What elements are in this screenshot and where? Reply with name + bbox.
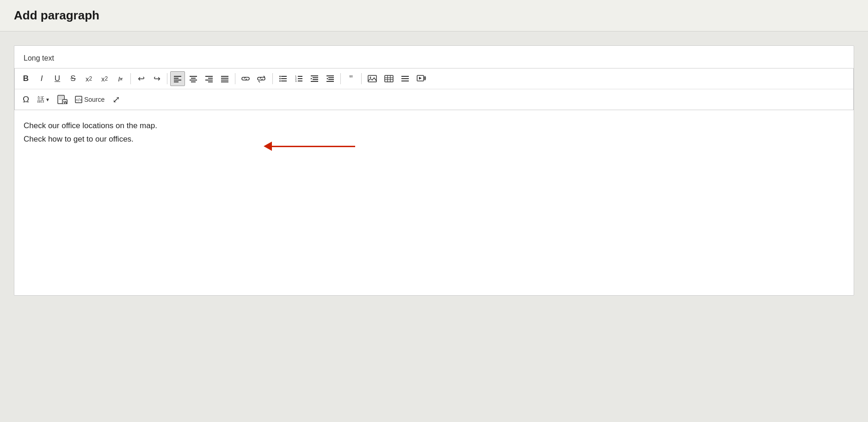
- fullscreen-button[interactable]: ⤢: [109, 92, 123, 107]
- special-char-button[interactable]: Ω: [18, 92, 33, 107]
- separator-2: [167, 73, 167, 84]
- separator-6: [361, 73, 362, 84]
- svg-rect-55: [59, 99, 62, 100]
- svg-text:3.: 3.: [295, 80, 297, 82]
- page-content: Long text B I U S x2 x2 Ix ↩ ↪: [0, 31, 868, 310]
- svg-rect-54: [59, 98, 63, 99]
- table-button[interactable]: [381, 71, 397, 86]
- svg-rect-13: [221, 78, 228, 79]
- svg-rect-11: [208, 81, 213, 82]
- svg-marker-39: [326, 78, 328, 80]
- table-icon: [384, 74, 394, 83]
- image-icon: [368, 74, 377, 83]
- svg-line-17: [259, 81, 260, 82]
- source-button[interactable]: </> Source: [72, 92, 108, 107]
- svg-rect-38: [326, 81, 334, 82]
- svg-text:W: W: [63, 100, 68, 104]
- svg-rect-53: [59, 96, 63, 97]
- editor-line-2: Check how to get to our offices.: [24, 133, 844, 145]
- svg-rect-2: [174, 80, 181, 81]
- svg-rect-31: [313, 77, 318, 78]
- separator-3: [235, 73, 235, 84]
- horizontal-rule-button[interactable]: [398, 71, 412, 86]
- svg-rect-12: [221, 76, 228, 77]
- svg-marker-51: [419, 77, 422, 80]
- underline-button[interactable]: U: [50, 71, 65, 86]
- align-center-icon: [189, 74, 197, 83]
- strikethrough-button[interactable]: S: [66, 71, 80, 86]
- undo-button[interactable]: ↩: [134, 71, 148, 86]
- ordered-list-button[interactable]: 1. 2. 3.: [291, 71, 306, 86]
- source-icon: </>: [75, 96, 82, 103]
- page-header: Add paragraph: [0, 0, 868, 31]
- svg-rect-14: [221, 80, 228, 81]
- superscript-button[interactable]: x2: [81, 71, 96, 86]
- language-dropdown-arrow: ▼: [45, 97, 50, 102]
- svg-rect-5: [191, 78, 196, 79]
- align-left-button[interactable]: [170, 71, 185, 86]
- align-right-icon: [205, 74, 213, 83]
- arrow-line: [272, 146, 355, 147]
- media-icon: [417, 74, 426, 83]
- image-button[interactable]: [364, 71, 380, 86]
- paste-from-word-icon: W: [57, 95, 68, 104]
- page-title: Add paragraph: [14, 8, 854, 23]
- bullet-list-button[interactable]: [276, 71, 290, 86]
- svg-rect-35: [326, 75, 334, 76]
- paste-from-word-button[interactable]: W: [54, 92, 71, 107]
- svg-rect-9: [208, 78, 213, 79]
- align-center-button[interactable]: [186, 71, 201, 86]
- link-icon: [241, 74, 250, 83]
- arrow-annotation: [264, 142, 355, 151]
- svg-rect-47: [401, 76, 409, 77]
- svg-rect-0: [174, 76, 181, 77]
- redo-button[interactable]: ↪: [149, 71, 164, 86]
- svg-rect-23: [281, 81, 287, 81]
- svg-rect-15: [221, 81, 228, 82]
- svg-rect-42: [385, 75, 393, 82]
- media-button[interactable]: [413, 71, 429, 86]
- indent-increase-icon: [326, 74, 334, 83]
- indent-decrease-icon: [310, 74, 319, 83]
- svg-rect-37: [328, 79, 334, 80]
- svg-rect-3: [174, 81, 179, 82]
- align-right-button[interactable]: [202, 71, 216, 86]
- svg-rect-28: [298, 78, 302, 79]
- clear-formatting-button[interactable]: Ix: [113, 71, 128, 86]
- svg-point-19: [279, 78, 281, 80]
- svg-marker-34: [311, 78, 312, 80]
- svg-rect-33: [311, 81, 318, 82]
- indent-increase-button[interactable]: [323, 71, 338, 86]
- blockquote-button[interactable]: ": [344, 71, 358, 86]
- link-button[interactable]: [238, 71, 253, 86]
- ordered-list-icon: 1. 2. 3.: [295, 74, 303, 83]
- language-button[interactable]: 話 ▼: [34, 92, 53, 107]
- italic-button[interactable]: I: [34, 71, 49, 86]
- horizontal-rule-icon: [401, 74, 409, 83]
- align-justify-icon: [221, 74, 229, 83]
- indent-decrease-button[interactable]: [307, 71, 322, 86]
- svg-rect-7: [191, 81, 196, 82]
- separator-5: [340, 73, 341, 84]
- separator-1: [130, 73, 131, 84]
- svg-point-20: [279, 81, 281, 82]
- toolbar-row-1: B I U S x2 x2 Ix ↩ ↪: [15, 68, 853, 89]
- svg-rect-49: [401, 81, 409, 81]
- align-justify-button[interactable]: [217, 71, 232, 86]
- editor-toolbar: B I U S x2 x2 Ix ↩ ↪: [14, 68, 854, 110]
- language-icon: 話: [37, 95, 44, 104]
- subscript-button[interactable]: x2: [97, 71, 112, 86]
- svg-rect-8: [205, 76, 213, 77]
- svg-rect-22: [281, 78, 287, 79]
- unlink-button[interactable]: [254, 71, 270, 86]
- source-label: Source: [84, 96, 105, 103]
- svg-rect-30: [311, 75, 318, 76]
- svg-rect-32: [313, 79, 318, 80]
- align-left-icon: [173, 74, 182, 83]
- arrow-head: [264, 142, 272, 151]
- svg-rect-4: [190, 76, 197, 77]
- svg-rect-27: [298, 76, 302, 77]
- svg-rect-21: [281, 76, 287, 77]
- editor-content[interactable]: Check our office locations on the map. C…: [14, 110, 854, 295]
- bold-button[interactable]: B: [18, 71, 33, 86]
